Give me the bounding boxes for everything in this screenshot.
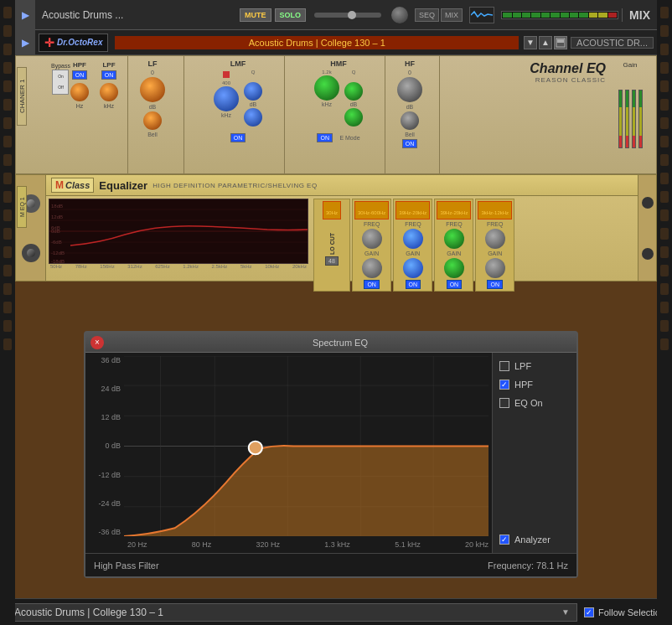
solo-button[interactable]: SOLO <box>275 8 307 22</box>
param1-indicator: 39Hz-20kHz <box>395 201 430 220</box>
bypass-label: Bypass <box>51 63 70 69</box>
freq-10k: 10kHz <box>265 264 279 269</box>
hmf-freq-knob[interactable] <box>314 75 339 101</box>
hmf-on-button[interactable]: ON <box>317 133 333 142</box>
spectrum-body: 36 dB 24 dB 12 dB 0 dB -12 dB -24 dB -36… <box>85 353 576 553</box>
lpf-checkbox[interactable] <box>499 361 509 371</box>
patch-next-button[interactable]: ▲ <box>539 36 552 49</box>
channel-eq-title-text: Channel EQ <box>530 61 606 76</box>
band-controls: 30Hz LO CUT 48 30Hz-600Hz FREQ GAIN <box>311 196 638 294</box>
patch-save-button[interactable] <box>554 36 567 49</box>
lo-shelf-freq-label: FREQ <box>364 221 380 227</box>
hf-on-button[interactable]: ON <box>402 139 418 148</box>
seq-button[interactable]: SEQ <box>415 8 439 22</box>
hf-bell-label: Bell <box>405 132 415 137</box>
hi-shelf-controls: FREQ GAIN <box>485 221 505 278</box>
follow-selection-toggle[interactable]: Follow Selection <box>584 607 665 617</box>
spectrum-titlebar: × Spectrum EQ <box>85 333 576 353</box>
param2-on-btn[interactable]: ON <box>447 280 463 289</box>
bypass-switch[interactable]: On Off <box>52 70 69 95</box>
gain-bar-4 <box>638 90 643 148</box>
follow-selection-checkbox[interactable] <box>584 607 594 617</box>
param2-hz: 39Hz-20kHz <box>440 210 468 215</box>
patch-prev-button[interactable]: ▼ <box>524 36 537 49</box>
mclass-logo-class: Class <box>65 180 90 190</box>
y-24db: 24 dB <box>85 385 121 393</box>
lmf-gain-knob[interactable] <box>244 108 262 127</box>
hmf-gain-knob[interactable] <box>344 108 363 127</box>
frequency-value-label: Frequency: 78.1 Hz <box>488 560 568 571</box>
lpf-on-button[interactable]: ON <box>101 70 117 80</box>
analyzer-checkbox[interactable] <box>499 535 509 545</box>
mclass-header: M Class Equalizer HIGH DEFINITION PARAME… <box>46 175 638 196</box>
bypass-toggle[interactable]: Bypass On Off <box>51 63 70 95</box>
x-axis-labels: 20 Hz 80 Hz 320 Hz 1.3 kHz 5.1 kHz 20 kH… <box>124 536 492 553</box>
hpf-knob[interactable] <box>70 83 89 101</box>
eq-divider-1 <box>127 56 128 173</box>
svg-text:0dB: 0dB <box>51 229 60 234</box>
lpf-section: LPF ON kHz <box>100 61 118 109</box>
band-param2: 39Hz-20kHz FREQ GAIN ON <box>434 199 473 292</box>
lf-freq-knob[interactable] <box>140 77 165 102</box>
lo-shelf-freq-knob[interactable] <box>362 229 382 249</box>
lmf-freq-range: 400 <box>222 80 230 85</box>
mix-button[interactable]: MIX <box>441 8 463 22</box>
hf-db-label: dB <box>406 104 414 110</box>
param1-on-btn[interactable]: ON <box>406 280 421 289</box>
spectrum-svg <box>124 356 488 536</box>
eq-divider-5 <box>439 56 440 173</box>
mclass-icon-r2 <box>642 248 654 260</box>
hmf-freq-range: 1.2k <box>322 70 331 75</box>
lpf-knob[interactable] <box>100 83 118 101</box>
chaner-1-label: CHANER 1 <box>17 67 27 126</box>
lmf-freq-knob[interactable] <box>214 86 239 111</box>
band-lo-shelf: 30Hz-600Hz FREQ GAIN ON <box>352 199 391 292</box>
param2-freq-knob[interactable] <box>444 229 464 249</box>
lf-label: LF <box>148 59 158 68</box>
device-name-display: ACOUSTIC DR... <box>571 37 654 49</box>
hi-shelf-on-btn[interactable]: ON <box>487 280 503 289</box>
volume-slider[interactable] <box>314 13 381 18</box>
lmf-on-button[interactable]: ON <box>230 133 246 142</box>
pan-knob[interactable] <box>391 7 408 23</box>
hf-gain-knob[interactable] <box>401 111 419 130</box>
eq-on-checkbox[interactable] <box>499 398 509 408</box>
param1-freq-knob[interactable] <box>403 229 423 249</box>
patch-selector-dropdown[interactable]: Acoustic Drums | College 130 – 1 ▼ <box>7 603 577 622</box>
lo-shelf-gain-knob[interactable] <box>362 258 382 278</box>
lo-cut-indicator: 30Hz <box>323 201 341 220</box>
lmf-q-knob[interactable] <box>244 82 262 101</box>
hpf-on-button[interactable]: ON <box>72 70 88 80</box>
octo-rex-bar: ▶ ✛ Dr.OctoRex Acoustic Drums | College … <box>15 30 657 55</box>
gain-bar-2 <box>625 90 629 148</box>
hmf-q-knob[interactable] <box>344 82 363 101</box>
bypass-off-text: Off <box>58 85 64 90</box>
mclass-display-area: 18dB 12dB 6dB 0dB -6dB -12dB -18dB 50 <box>46 196 311 294</box>
svg-text:18dB: 18dB <box>51 204 63 209</box>
lo-shelf-on-btn[interactable]: ON <box>364 280 380 289</box>
param2-gain-knob[interactable] <box>444 258 464 278</box>
mute-button[interactable]: MUTE <box>240 8 271 22</box>
freq-2k5: 2.5kHz <box>212 264 228 269</box>
param1-gain-knob[interactable] <box>403 258 423 278</box>
hmf-khz-label: kHz <box>322 101 332 107</box>
logo-text: Dr.OctoRex <box>57 38 102 47</box>
hpf-section: HPF ON Hz <box>70 61 89 109</box>
device-expand-arrow[interactable]: ▶ <box>15 30 35 55</box>
lmf-khz-label: kHz <box>221 112 231 118</box>
spectrum-close-button[interactable]: × <box>90 336 104 349</box>
hpf-checkbox[interactable] <box>499 380 509 390</box>
hi-shelf-gain-knob[interactable] <box>485 258 505 278</box>
follow-selection-label: Follow Selection <box>598 607 665 617</box>
hi-shelf-freq-knob[interactable] <box>485 229 505 249</box>
track-expand-arrow[interactable]: ▶ <box>15 0 35 30</box>
lo-cut-btn[interactable]: 48 <box>325 256 339 266</box>
gain-bar-3 <box>632 90 636 148</box>
lf-gain-knob[interactable] <box>143 111 162 130</box>
analyzer-spacer <box>499 476 570 526</box>
freq-625hz: 625Hz <box>155 264 169 269</box>
param2-controls: FREQ GAIN <box>444 221 464 278</box>
y-neg36db: -36 dB <box>85 528 121 536</box>
hf-freq-knob[interactable] <box>397 77 422 102</box>
filter-type-label: High Pass Filter <box>94 560 159 571</box>
